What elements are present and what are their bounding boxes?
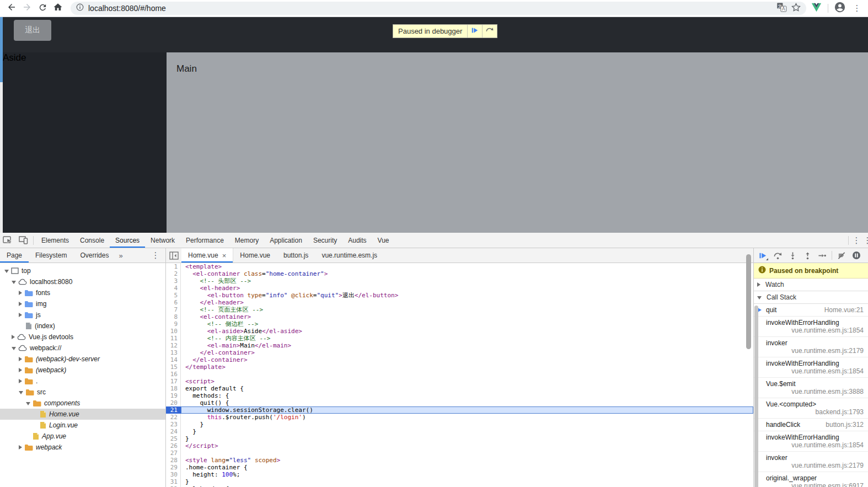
watch-section-header[interactable]: Watch — [754, 279, 868, 291]
tree-item--webpack-[interactable]: (webpack) — [0, 365, 165, 376]
chevron-right-icon[interactable] — [19, 368, 22, 372]
call-stack-frame[interactable]: handleClickbutton.js:312 — [754, 419, 868, 431]
call-stack-frame[interactable]: invokeWithErrorHandlingvue.runtime.esm.j… — [754, 431, 868, 452]
tree-item-webpack-[interactable]: webpack:// — [0, 342, 165, 354]
url-text[interactable]: localhost:8080/#/home — [88, 4, 772, 13]
file-tree[interactable]: toplocalhost:8080fontsimgjs(index)Vue.js… — [0, 263, 165, 487]
tree-item-localhost-8080[interactable]: localhost:8080 — [0, 276, 165, 287]
call-stack-frame[interactable]: quitHome.vue:21 — [754, 304, 868, 317]
line-number[interactable]: 8 — [166, 313, 181, 320]
chevron-down-icon[interactable] — [26, 402, 30, 405]
chevron-right-icon[interactable] — [19, 302, 22, 306]
line-number[interactable]: 22 — [166, 414, 181, 421]
line-number[interactable]: 2 — [166, 270, 181, 277]
devtools-tab-sources[interactable]: Sources — [110, 233, 145, 248]
deactivate-breakpoints-button[interactable] — [835, 249, 848, 261]
line-number[interactable]: 30 — [166, 471, 181, 478]
call-stack-frame[interactable]: original._wrappervue.runtime.esm.js:6917 — [754, 472, 868, 487]
step-into-button[interactable] — [786, 249, 799, 261]
line-number[interactable]: 3 — [166, 277, 181, 285]
back-button[interactable] — [4, 1, 19, 15]
reload-button[interactable] — [35, 1, 50, 15]
overflow-chevron-icon[interactable]: » — [115, 248, 126, 263]
line-number[interactable]: 18 — [166, 385, 181, 392]
line-number[interactable]: 24 — [166, 428, 181, 435]
line-number[interactable]: 19 — [166, 392, 181, 399]
banner-resume-button[interactable] — [467, 25, 482, 38]
resume-script-button[interactable] — [756, 249, 769, 261]
tree-item--[interactable]: . — [0, 376, 165, 387]
line-number[interactable]: 1 — [166, 263, 181, 270]
device-toolbar-icon[interactable] — [15, 233, 31, 248]
tree-item--webpack-dev-server[interactable]: (webpack)-dev-server — [0, 354, 165, 365]
tree-item-js[interactable]: js — [0, 309, 165, 320]
editor-tab-2[interactable]: button.js — [277, 248, 315, 263]
sidebar-kebab-icon[interactable]: ⋮ — [150, 250, 161, 260]
editor-scrollbar[interactable] — [746, 254, 751, 349]
chevron-right-icon[interactable] — [19, 379, 22, 383]
address-bar[interactable]: localhost:8080/#/home 文A — [71, 2, 806, 15]
forward-button[interactable] — [20, 1, 34, 15]
chevron-down-icon[interactable] — [4, 270, 9, 273]
devtools-tab-application[interactable]: Application — [264, 233, 308, 248]
nav-tab-filesystem[interactable]: Filesystem — [29, 248, 73, 263]
step-over-button[interactable] — [771, 249, 784, 261]
bookmark-star-icon[interactable] — [791, 3, 801, 14]
tree-item-fonts[interactable]: fonts — [0, 287, 165, 298]
call-stack-frame[interactable]: invokeWithErrorHandlingvue.runtime.esm.j… — [754, 357, 868, 378]
line-number[interactable]: 16 — [166, 371, 181, 378]
line-number[interactable]: 11 — [166, 335, 181, 342]
devtools-menu-kebab-icon[interactable]: ⋮ — [851, 236, 862, 245]
tree-item-webpack[interactable]: webpack — [0, 442, 165, 453]
line-number[interactable]: 9 — [166, 320, 181, 328]
line-number[interactable]: 10 — [166, 328, 181, 335]
site-info-icon[interactable] — [76, 3, 84, 13]
chevron-down-icon[interactable] — [19, 391, 23, 394]
line-number[interactable]: 7 — [166, 306, 181, 313]
devtools-tab-console[interactable]: Console — [74, 233, 110, 248]
close-tab-icon[interactable]: × — [222, 251, 227, 260]
line-number[interactable]: 27 — [166, 449, 181, 457]
call-stack-frame[interactable]: Vue.$emitvue.runtime.esm.js:3888 — [754, 378, 868, 398]
browser-menu-kebab-icon[interactable]: ⋮ — [851, 3, 862, 13]
call-stack-section-header[interactable]: Call Stack — [754, 291, 868, 304]
call-stack-frame[interactable]: Vue.<computed>backend.js:1793 — [754, 398, 868, 419]
devtools-tab-security[interactable]: Security — [308, 233, 342, 248]
devtools-tab-vue[interactable]: Vue — [372, 233, 395, 248]
vue-extension-icon[interactable] — [811, 2, 822, 15]
devtools-tab-elements[interactable]: Elements — [36, 233, 74, 248]
line-number[interactable]: 4 — [166, 285, 181, 292]
tree-item-src[interactable]: src — [0, 387, 165, 398]
devtools-tab-network[interactable]: Network — [145, 233, 180, 248]
tree-item-login-vue[interactable]: Login.vue — [0, 420, 165, 431]
step-out-button[interactable] — [801, 249, 814, 261]
chevron-right-icon[interactable] — [19, 357, 22, 361]
line-number[interactable]: 21 — [166, 406, 181, 414]
editor-tab-1[interactable]: Home.vue — [233, 248, 277, 263]
tree-item-img[interactable]: img — [0, 298, 165, 309]
call-stack-frame[interactable]: invokeWithErrorHandlingvue.runtime.esm.j… — [754, 317, 868, 337]
chevron-down-icon[interactable] — [12, 281, 16, 284]
banner-step-over-button[interactable] — [482, 25, 497, 38]
tree-item-home-vue[interactable]: Home.vue — [0, 409, 165, 420]
debugger-panel-scrollbar[interactable] — [754, 306, 758, 487]
line-number[interactable]: 31 — [166, 478, 181, 485]
line-number[interactable]: 25 — [166, 435, 181, 442]
code-editor[interactable]: 1<template>2 <el-container class="home-c… — [166, 263, 753, 487]
chevron-right-icon[interactable] — [19, 313, 22, 317]
tree-item--index-[interactable]: (index) — [0, 320, 165, 331]
home-button[interactable] — [51, 1, 65, 15]
quit-button[interactable]: 退出 — [14, 20, 51, 41]
chevron-right-icon[interactable] — [19, 291, 22, 295]
translate-icon[interactable]: 文A — [776, 2, 787, 15]
line-number[interactable]: 15 — [166, 363, 181, 371]
tree-item-top[interactable]: top — [0, 265, 165, 276]
devtools-tab-performance[interactable]: Performance — [180, 233, 229, 248]
editor-tab-0[interactable]: Home.vue× — [181, 248, 233, 263]
line-number[interactable]: 20 — [166, 399, 181, 406]
hide-navigator-icon[interactable] — [166, 248, 181, 263]
devtools-tab-audits[interactable]: Audits — [342, 233, 372, 248]
tree-item-vue-js-devtools[interactable]: Vue.js devtools — [0, 331, 165, 342]
nav-tab-page[interactable]: Page — [0, 248, 29, 263]
line-number[interactable]: 26 — [166, 442, 181, 449]
